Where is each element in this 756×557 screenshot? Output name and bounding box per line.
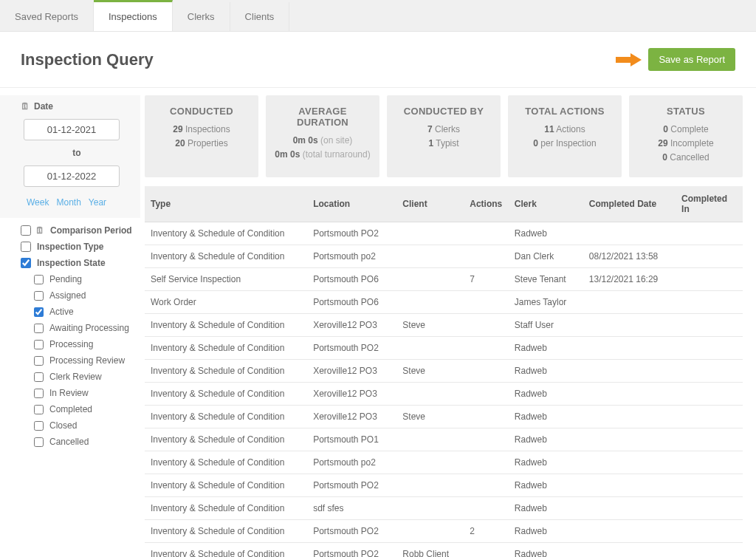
card-avg-duration: AVERAGE DURATION 0m 0s (on site) 0m 0s (… [266,95,379,177]
col-location[interactable]: Location [307,186,396,222]
col-actions[interactable]: Actions [464,186,509,222]
cell-type: Inventory & Schedule of Condition [145,245,307,267]
date-to-input[interactable] [24,165,120,187]
table-row[interactable]: Inventory & Schedule of ConditionPortsmo… [145,451,743,474]
cell-clerk: Radweb [509,428,583,451]
cell-type: Self Service Inspection [145,267,307,290]
cell-actions [464,222,509,245]
cell-type: Inventory & Schedule of Condition [145,359,307,382]
quick-year[interactable]: Year [89,197,106,208]
table-row[interactable]: Inventory & Schedule of ConditionXerovil… [145,359,743,382]
cell-client: Robb Client [396,542,464,557]
state-checkbox-cancelled[interactable] [34,437,44,447]
state-checkbox-clerk-review[interactable] [34,372,44,382]
cell-location: Portsmouth PO2 [307,542,396,557]
table-row[interactable]: Inventory & Schedule of ConditionPortsmo… [145,245,743,267]
cell-clerk: Radweb [509,542,583,557]
table-row[interactable]: Inventory & Schedule of Conditionsdf sfe… [145,496,743,519]
col-completed-in[interactable]: Completed In [676,186,743,222]
table-row[interactable]: Inventory & Schedule of ConditionXerovil… [145,313,743,336]
table-row[interactable]: Inventory & Schedule of ConditionPortsmo… [145,474,743,496]
actions-count: 11 [544,124,554,134]
cell-actions [464,542,509,557]
cell-location: sdf sfes [307,496,396,519]
cell-cin [676,496,743,519]
col-type[interactable]: Type [145,186,307,222]
cell-clerk: Radweb [509,519,583,542]
card-status: STATUS 0 Complete 29 Incomplete 0 Cancel… [629,95,743,177]
cell-type: Inventory & Schedule of Condition [145,474,307,496]
cell-cin [676,428,743,451]
cell-clerk: Staff User [509,313,583,336]
cell-clerk: Radweb [509,405,583,428]
state-checkbox-processing[interactable] [34,340,44,349]
tab-saved-reports[interactable]: Saved Reports [0,2,94,31]
state-row-processing: Processing [34,336,140,352]
tab-clients[interactable]: Clients [230,2,290,31]
state-row-clerk-review: Clerk Review [34,369,140,385]
quick-month[interactable]: Month [56,197,80,208]
state-row-assigned: Assigned [34,287,140,304]
cell-clerk: Dan Clerk [509,245,583,267]
tab-inspections[interactable]: Inspections [94,0,173,31]
inspection-state-list: PendingAssignedActiveAwaiting Processing… [0,271,140,450]
calendar-icon: 🗓 [35,225,44,236]
cell-client: Steve [396,359,464,382]
table-row[interactable]: Inventory & Schedule of ConditionPortsmo… [145,336,743,359]
conducted-properties-count: 20 [175,138,185,148]
table-row[interactable]: Inventory & Schedule of ConditionXerovil… [145,405,743,428]
cell-cin [676,359,743,382]
cell-actions [464,245,509,267]
save-as-report-button[interactable]: Save as Report [648,48,735,71]
state-checkbox-completed[interactable] [34,405,44,414]
state-label: Cancelled [49,437,89,447]
inspection-state-label: Inspection State [37,258,106,268]
comparison-checkbox[interactable] [21,225,31,236]
quick-week[interactable]: Week [27,197,49,208]
tab-clerks[interactable]: Clerks [173,2,230,31]
inspection-type-checkbox[interactable] [21,242,31,252]
col-client[interactable]: Client [396,186,464,222]
state-label: Clerk Review [49,372,102,382]
table-row[interactable]: Self Service InspectionPortsmouth PO67St… [145,267,743,290]
cell-actions [464,428,509,451]
table-row[interactable]: Inventory & Schedule of ConditionPortsmo… [145,542,743,557]
col-completed-date[interactable]: Completed Date [583,186,676,222]
inspection-state-checkbox[interactable] [21,258,31,268]
status-complete-count: 0 [663,124,668,134]
state-checkbox-assigned[interactable] [34,291,44,301]
cell-cin [676,245,743,267]
state-row-active: Active [34,304,140,320]
table-row[interactable]: Inventory & Schedule of ConditionPortsmo… [145,428,743,451]
table-row[interactable]: Inventory & Schedule of ConditionXerovil… [145,382,743,405]
arrow-right-icon [616,52,642,67]
cell-cdate [583,519,676,542]
title-row: Inspection Query Save as Report [0,32,756,88]
state-checkbox-in-review[interactable] [34,389,44,398]
table-row[interactable]: Inventory & Schedule of ConditionPortsmo… [145,222,743,245]
state-checkbox-closed[interactable] [34,421,44,431]
cell-cin [676,382,743,405]
cell-clerk: Radweb [509,222,583,245]
table-row[interactable]: Inventory & Schedule of ConditionPortsmo… [145,519,743,542]
cell-location: Portsmouth PO2 [307,222,396,245]
col-clerk[interactable]: Clerk [509,186,583,222]
cell-actions [464,474,509,496]
table-row[interactable]: Work OrderPortsmouth PO6James Taylor [145,290,743,313]
cell-client [396,519,464,542]
cell-cdate [583,222,676,245]
state-label: Processing Review [49,355,125,366]
cell-cdate [583,359,676,382]
state-checkbox-processing-review[interactable] [34,356,44,366]
cell-cin [676,542,743,557]
state-checkbox-awaiting-processing[interactable] [34,324,44,333]
cell-client [396,222,464,245]
cell-location: Portsmouth PO6 [307,290,396,313]
actions-per-count: 0 [533,138,538,148]
state-checkbox-pending[interactable] [34,275,44,284]
date-to-label: to [21,148,133,158]
date-from-input[interactable] [24,119,120,140]
cell-clerk: Radweb [509,336,583,359]
state-checkbox-active[interactable] [34,307,44,317]
filter-inspection-state-row: Inspection State [0,255,140,271]
